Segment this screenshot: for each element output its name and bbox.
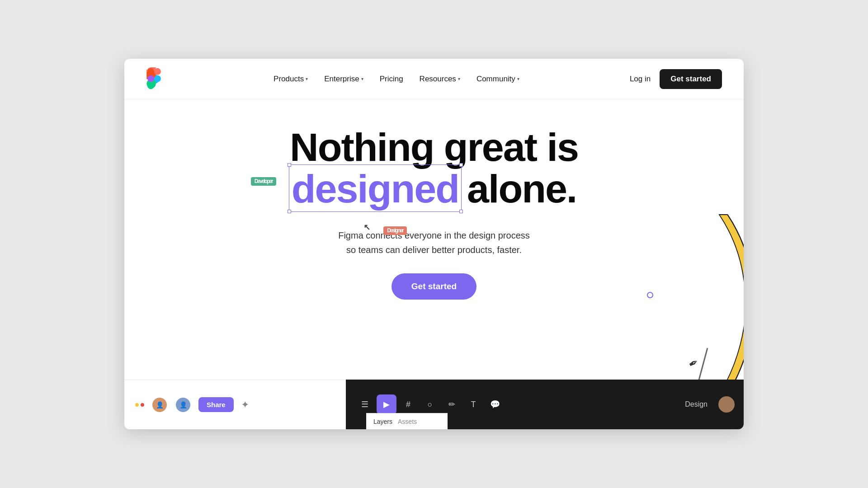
- yellow-dot: [135, 403, 139, 407]
- hero-line1: Nothing great is: [290, 127, 578, 168]
- menu-toolbar-button[interactable]: ☰: [355, 394, 375, 414]
- nav-enterprise[interactable]: Enterprise ▾: [324, 75, 363, 84]
- color-dots: [135, 403, 144, 407]
- layers-tab[interactable]: Layers: [373, 418, 392, 425]
- chevron-down-icon: ▾: [458, 76, 460, 81]
- red-dot: [141, 403, 144, 407]
- cursor-icon: ↖: [363, 223, 369, 232]
- svg-point-3: [154, 75, 161, 82]
- get-started-hero-button[interactable]: Get started: [392, 273, 476, 300]
- designer-label: Designer: [383, 226, 406, 235]
- main-content: Nothing great is Developer designed: [124, 99, 744, 429]
- shape-toolbar-button[interactable]: ○: [420, 394, 440, 414]
- handle-br: [459, 210, 463, 213]
- svg-point-1: [154, 68, 161, 75]
- chevron-down-icon: ▾: [361, 76, 363, 81]
- designed-wrapper: Developer designed ↖ Designer: [292, 168, 459, 210]
- share-button[interactable]: Share: [198, 397, 234, 412]
- assets-tab[interactable]: Assets: [398, 418, 417, 425]
- avatar-2: 👤: [175, 397, 191, 413]
- left-panel-bottom: 👤 👤 Share ✦: [124, 380, 346, 429]
- frame-toolbar-button[interactable]: #: [398, 394, 418, 414]
- avatar-1: 👤: [151, 397, 168, 413]
- logo[interactable]: [146, 67, 163, 91]
- nav-products[interactable]: Products ▾: [274, 75, 308, 84]
- select-toolbar-button[interactable]: ▶: [377, 394, 396, 414]
- hero-headline: Nothing great is Developer designed: [290, 127, 578, 210]
- svg-point-0: [147, 68, 154, 75]
- chevron-down-icon: ▾: [517, 76, 519, 81]
- chevron-down-icon: ▾: [306, 76, 308, 81]
- hero-alone: alone.: [467, 168, 576, 210]
- nav-resources[interactable]: Resources ▾: [420, 75, 460, 84]
- pen-toolbar-button[interactable]: ✏: [442, 394, 462, 414]
- text-toolbar-button[interactable]: T: [463, 394, 483, 414]
- comment-toolbar-button[interactable]: 💬: [485, 394, 505, 414]
- toolbar-user-avatar: [718, 396, 735, 413]
- browser-window: Products ▾ Enterprise ▾ Pricing Resource…: [124, 59, 744, 429]
- navbar: Products ▾ Enterprise ▾ Pricing Resource…: [124, 59, 744, 99]
- design-panel-label: Design: [685, 400, 708, 408]
- nav-links: Products ▾ Enterprise ▾ Pricing Resource…: [274, 75, 519, 84]
- hero-line2: Developer designed ↖ Designer a: [290, 168, 578, 210]
- get-started-nav-button[interactable]: Get started: [660, 69, 722, 89]
- sparkle-button[interactable]: ✦: [241, 399, 249, 411]
- handle-bl: [288, 210, 291, 213]
- layers-panel-hint: Layers Assets: [366, 413, 448, 429]
- svg-point-4: [147, 82, 154, 89]
- svg-point-2: [147, 75, 154, 82]
- designed-text: designed: [292, 166, 459, 211]
- nav-pricing[interactable]: Pricing: [380, 75, 403, 84]
- nav-community[interactable]: Community ▾: [476, 75, 519, 84]
- hero-subtext: Figma connects everyone in the design pr…: [338, 228, 530, 257]
- developer-label: Developer: [251, 177, 276, 186]
- bezier-control-point: [647, 292, 653, 298]
- navbar-actions: Log in Get started: [630, 69, 722, 89]
- login-link[interactable]: Log in: [630, 75, 651, 84]
